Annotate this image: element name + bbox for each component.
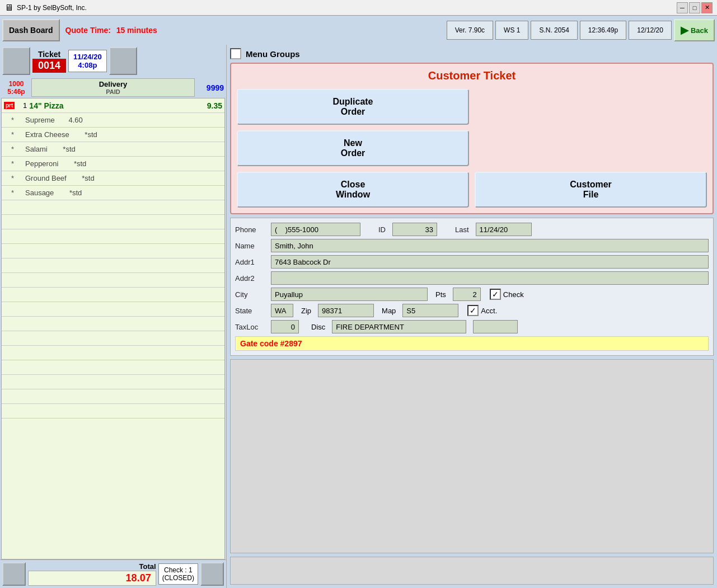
map-field[interactable] bbox=[402, 304, 458, 317]
back-button[interactable]: ▶ Back bbox=[674, 19, 715, 41]
check-checkbox-label: Check bbox=[503, 290, 524, 299]
table-row[interactable]: * Supreme 4.60 bbox=[2, 113, 224, 128]
phone-field[interactable] bbox=[271, 223, 360, 236]
acct-checkbox-label: Acct. bbox=[481, 307, 497, 315]
top-nav: Dash Board Quote Time: 15 minutes Ver. 7… bbox=[0, 16, 717, 45]
star-modifier: * bbox=[4, 145, 14, 153]
item-modifier-name: Supreme bbox=[25, 116, 55, 124]
table-row[interactable]: * Sausage *std bbox=[2, 186, 224, 200]
addr2-row: Addr2 bbox=[235, 271, 709, 285]
acct-checkbox[interactable]: ✓ bbox=[467, 305, 479, 316]
table-row[interactable]: * Pepperoni *std bbox=[2, 157, 224, 171]
delivery-row: 1000 5:46p Delivery PAID 9999 bbox=[0, 77, 226, 98]
notes-area[interactable] bbox=[230, 359, 714, 553]
delivery-right: 9999 bbox=[196, 83, 224, 92]
app-title: SP-1 by SelBySoft, Inc. bbox=[17, 4, 87, 12]
total-amount: 18.07 bbox=[28, 571, 156, 586]
city-label: City bbox=[235, 290, 268, 299]
taxloc-label: TaxLoc bbox=[235, 323, 268, 331]
table-row bbox=[2, 331, 224, 346]
delivery-center: Delivery PAID bbox=[31, 78, 195, 97]
taxloc-row: TaxLoc Disc bbox=[235, 320, 709, 333]
item-modifier-price: *std bbox=[48, 145, 76, 153]
dashboard-button[interactable]: Dash Board bbox=[2, 19, 60, 41]
name-row: Name bbox=[235, 239, 709, 252]
ticket-footer: Total 18.07 Check : 1 (CLOSED) bbox=[0, 559, 226, 588]
table-row bbox=[2, 360, 224, 375]
footer-left-button[interactable] bbox=[2, 562, 26, 586]
state-field[interactable] bbox=[271, 304, 293, 317]
quote-time-value: 15 minutes bbox=[116, 26, 157, 35]
addr2-field[interactable] bbox=[271, 271, 709, 285]
tab-version[interactable]: Ver. 7.90c bbox=[447, 21, 493, 40]
back-label: Back bbox=[691, 26, 708, 35]
ticket-right-button[interactable] bbox=[109, 47, 137, 75]
arrow-icon: ▶ bbox=[681, 24, 688, 36]
maximize-button[interactable]: □ bbox=[689, 2, 700, 13]
name-field[interactable] bbox=[271, 239, 709, 252]
prt-badge: prt bbox=[4, 102, 15, 109]
phone-row: Phone ID Last bbox=[235, 223, 709, 236]
title-bar-left: 🖥 SP-1 by SelBySoft, Inc. bbox=[4, 3, 87, 13]
check-checkbox-group: ✓ Check bbox=[490, 289, 524, 300]
tab-sn[interactable]: S.N. 2054 bbox=[531, 21, 577, 40]
disc-field[interactable] bbox=[332, 320, 466, 333]
notes-area-2[interactable] bbox=[230, 557, 714, 585]
pts-label: Pts bbox=[435, 290, 446, 299]
name-label: Name bbox=[235, 242, 268, 250]
table-row bbox=[2, 215, 224, 229]
customer-file-button[interactable]: CustomerFile bbox=[475, 172, 707, 208]
check-checkbox[interactable]: ✓ bbox=[490, 289, 501, 300]
tab-time[interactable]: 12:36.49p bbox=[580, 21, 626, 40]
delivery-id: 1000 bbox=[2, 80, 30, 88]
delivery-label: Delivery bbox=[33, 80, 193, 88]
zip-field[interactable] bbox=[318, 304, 374, 317]
item-modifier-price: *std bbox=[58, 159, 86, 168]
city-field[interactable] bbox=[271, 288, 428, 301]
right-panel: Menu Groups Customer Ticket DuplicateOrd… bbox=[227, 45, 717, 588]
ct-title: Customer Ticket bbox=[237, 69, 707, 82]
star-modifier: * bbox=[4, 189, 14, 197]
duplicate-order-button[interactable]: DuplicateOrder bbox=[237, 89, 469, 125]
tab-date[interactable]: 12/12/20 bbox=[629, 21, 672, 40]
item-modifier-name: Extra Cheese bbox=[25, 130, 69, 139]
tab-ws[interactable]: WS 1 bbox=[495, 21, 528, 40]
left-panel: Ticket 0014 11/24/20 4:08p 1000 5:46p De… bbox=[0, 45, 227, 588]
footer-right-button[interactable] bbox=[200, 562, 224, 586]
table-row[interactable]: * Salami *std bbox=[2, 142, 224, 157]
table-row[interactable]: * Extra Cheese *std bbox=[2, 128, 224, 142]
id-label: ID bbox=[378, 225, 386, 234]
item-modifier-price: *std bbox=[69, 130, 97, 139]
table-row bbox=[2, 375, 224, 389]
ticket-box: Ticket 0014 bbox=[32, 50, 66, 73]
close-window-button[interactable]: CloseWindow bbox=[237, 172, 469, 208]
table-row[interactable]: prt 1 14" Pizza 9.35 bbox=[2, 98, 224, 113]
table-row bbox=[2, 229, 224, 244]
star-modifier: * bbox=[4, 159, 14, 168]
item-modifier-name: Pepperoni bbox=[25, 159, 58, 168]
quote-time: Quote Time: 15 minutes bbox=[62, 26, 157, 35]
item-price: 9.35 bbox=[194, 101, 222, 110]
menu-groups-label: Menu Groups bbox=[246, 49, 300, 59]
pts-field[interactable] bbox=[453, 288, 481, 301]
customer-ticket-panel: Customer Ticket DuplicateOrder NewOrder … bbox=[230, 63, 714, 214]
new-order-button[interactable]: NewOrder bbox=[237, 130, 469, 166]
title-bar-controls: ─ □ ✕ bbox=[677, 2, 713, 13]
disc-label: Disc bbox=[311, 323, 325, 331]
minimize-button[interactable]: ─ bbox=[677, 2, 688, 13]
item-modifier-name: Sausage bbox=[25, 189, 54, 197]
order-list: prt 1 14" Pizza 9.35 * Supreme 4.60 * Ex… bbox=[1, 98, 225, 559]
ticket-left-button[interactable] bbox=[2, 47, 30, 75]
table-row[interactable]: * Ground Beef *std bbox=[2, 171, 224, 186]
last-field[interactable] bbox=[476, 223, 532, 236]
delivery-time: 5:46p bbox=[2, 88, 30, 96]
id-field[interactable] bbox=[392, 223, 437, 236]
item-modifier-name: Salami bbox=[25, 145, 48, 153]
menu-groups-checkbox[interactable] bbox=[230, 48, 241, 59]
table-row bbox=[2, 273, 224, 288]
disc-extra-field[interactable] bbox=[473, 320, 518, 333]
addr1-field[interactable] bbox=[271, 255, 709, 269]
close-button[interactable]: ✕ bbox=[701, 2, 713, 13]
table-row bbox=[2, 404, 224, 418]
taxloc-field[interactable] bbox=[271, 320, 299, 333]
